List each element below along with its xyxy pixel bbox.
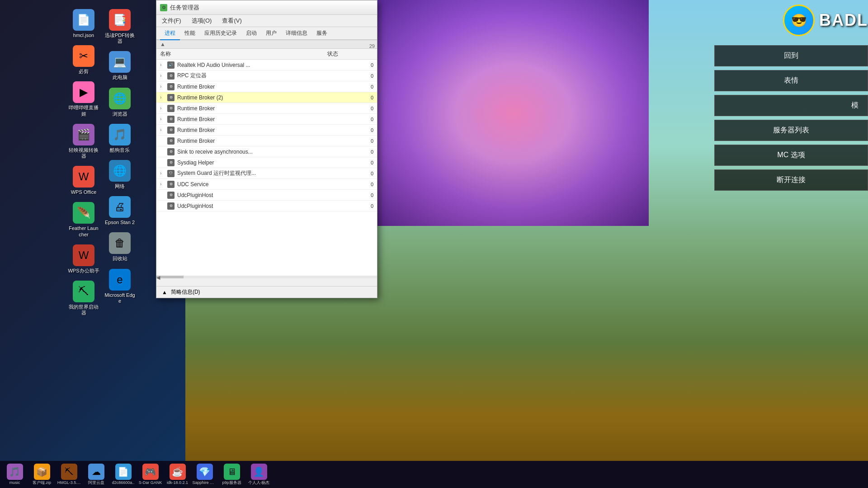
footer-label[interactable]: 简略信息(D) [171,288,200,296]
process-cpu: 0 [351,106,373,111]
taskbar-item-个人入-杨杰[interactable]: 👤 个人入-杨杰 [246,462,271,487]
process-icon: ⚙ [167,148,175,155]
process-row[interactable]: › ⚙ Runtime Broker 0 [156,103,377,114]
process-row[interactable]: › ⚙ Runtime Broker 0 [156,81,377,92]
menu-file[interactable]: 文件(F) [160,16,183,26]
column-headers: 名称 状态 [156,49,377,60]
taskbar-item-Sapphire-Gees[interactable]: 💎 Sapphire Gees [192,462,217,487]
process-name: Sysdiag Helper [177,160,315,166]
mode-button[interactable]: 模 [714,95,868,116]
desktop-icon-我的世界启动器[interactable]: ⛏ 我的世界启动器 [68,281,99,316]
process-row[interactable]: › ⚙ Runtime Broker (2) 0 [156,92,377,103]
process-name: Runtime Broker [177,84,315,90]
task-manager-scroll-up[interactable]: ▲ [156,40,377,49]
desktop-icon-label: hmcl.json [73,33,94,38]
emote-button[interactable]: 表情 [714,70,868,91]
taskbar-item-阿里云盘[interactable]: ☁ 阿里云盘 [84,462,108,487]
desktop-icon-Feather-Launcher[interactable]: 🪶 Feather Launcher [68,202,99,237]
desktop-icon-img: e [109,269,131,291]
desktop-icon-网络[interactable]: 🌐 网络 [104,160,136,189]
tab-details[interactable]: 详细信息 [281,27,312,40]
process-row[interactable]: ⚙ Sysdiag Helper 0 [156,157,377,168]
desktop-icon-WPS-Office[interactable]: W WPS Office [68,166,99,195]
desktop-icon-酷狗音乐[interactable]: 🎵 酷狗音乐 [104,124,136,153]
process-row[interactable]: ⚙ Runtime Broker 0 [156,136,377,146]
process-row[interactable]: › ⚙ Runtime Broker 0 [156,114,377,125]
foliage-background [377,0,649,226]
process-name: UDC Service [177,181,315,188]
taskbar-icon-img: ⛏ [61,464,77,480]
tab-startup[interactable]: 启动 [241,27,261,40]
mc-options-button[interactable]: MC 选项 [714,145,868,166]
desktop-icon-label: 必剪 [79,69,89,75]
taskbar-item-HMGL-3.5....[interactable]: ⛏ HMGL-3.5.... [57,462,81,487]
process-icon: ⚙ [167,116,175,123]
taskbar-icon-img: ☁ [88,464,104,480]
taskbar-item-p9p服务器[interactable]: 🖥 p9p服务器 [219,462,244,487]
tab-users[interactable]: 用户 [261,27,281,40]
desktop-icon-img: 🖨 [109,196,131,218]
desktop-icon-WPS办公助手[interactable]: W WPS办公助手 [68,244,99,274]
taskbar-item-idk-18.0.2.1[interactable]: ☕ idk-18.0.2.1 [165,462,190,487]
horizontal-scrollbar[interactable]: ◀ [156,276,377,278]
expand-icon[interactable]: › [160,127,167,132]
expand-icon[interactable]: › [160,106,167,111]
tab-performance[interactable]: 性能 [180,27,200,40]
process-row[interactable]: › ⚙ Runtime Broker 0 [156,125,377,136]
desktop-icon-label: 哔哩哔哩直播姬 [68,105,99,117]
task-manager-icon: ⚙ [160,4,167,11]
process-list[interactable]: › 🔊 Realtek HD Audio Universal ... 0 › ⚙… [156,60,377,276]
menu-view[interactable]: 查看(V) [220,16,243,26]
expand-icon[interactable]: › [160,95,167,100]
return-button[interactable]: 回到 [714,45,868,66]
desktop-icon-label: 我的世界启动器 [68,304,99,316]
expand-icon[interactable]: › [160,182,167,187]
menu-options[interactable]: 选项(O) [190,16,214,26]
server-list-button[interactable]: 服务器列表 [714,120,868,141]
taskbar-item-d2c86600a..[interactable]: 📄 d2c86600a.. [111,462,136,487]
disconnect-button[interactable]: 断开连接 [714,169,868,191]
taskbar-item-S-Dar-GANK[interactable]: 🎮 S-Dar GANK [138,462,163,487]
desktop-icon-迅读PDF转换器[interactable]: 📑 迅读PDF转换器 [104,9,136,44]
desktop-icon-轻映视频转换器[interactable]: 🎬 轻映视频转换器 [68,124,99,159]
process-icon: ⚙ [167,202,175,210]
desktop-icon-img: 🌐 [109,88,131,109]
task-manager-footer[interactable]: ▲ 简略信息(D) [156,286,377,298]
taskbar-icon-img: 👤 [251,464,267,480]
scroll-left-btn[interactable]: ◀ [156,275,160,281]
desktop-icon-hmcl.json[interactable]: 📄 hmcl.json [68,9,99,38]
process-row[interactable]: › 🔊 Realtek HD Audio Universal ... 0 [156,60,377,70]
expand-icon[interactable]: › [160,62,167,67]
process-row[interactable]: ⚙ Sink to receive asynchronous... 0 [156,146,377,157]
desktop-icon-回收站[interactable]: 🗑 回收站 [104,232,136,262]
process-row[interactable]: ⚙ UdcPluginHost 0 [156,190,377,201]
process-cpu: 0 [351,95,373,100]
desktop-icon-Epson-Stan-2[interactable]: 🖨 Epson Stan 2 [104,196,136,225]
process-row[interactable]: ⚙ UdcPluginHost 0 [156,201,377,211]
expand-icon[interactable]: › [160,171,167,176]
desktop-icon-浏览器[interactable]: 🌐 浏览器 [104,88,136,117]
desktop-icon-此电脑[interactable]: 💻 此电脑 [104,51,136,80]
tab-process[interactable]: 进程 [160,27,180,40]
expand-icon[interactable]: › [160,73,167,78]
process-cpu: 0 [351,182,373,187]
desktop-icon-哔哩哔哩直播姬[interactable]: ▶ 哔哩哔哩直播姬 [68,81,99,117]
tab-services[interactable]: 服务 [312,27,332,40]
process-row[interactable]: › 🛡 System Guard 运行时监视代理... 0 [156,168,377,179]
taskbar-item-music[interactable]: 🎵 music [2,462,27,487]
process-name: Sink to receive asynchronous... [177,149,315,155]
process-row[interactable]: › ⚙ RPC 定位器 0 [156,70,377,81]
taskbar-icon-img: 🖥 [224,464,240,480]
process-icon: ⚙ [167,137,175,145]
expand-icon[interactable]: › [160,117,167,122]
process-row[interactable]: › ⚙ UDC Service 0 [156,179,377,190]
taskbar-icon-label: 客户端.zip [33,481,51,485]
taskbar-item-客户端.zip[interactable]: 📦 客户端.zip [29,462,54,487]
tab-app-history[interactable]: 应用历史记录 [200,27,241,40]
desktop-icon-必剪[interactable]: ✂ 必剪 [68,45,99,75]
process-name: Runtime Broker (2) [177,94,315,101]
expand-icon[interactable]: › [160,84,167,89]
desktop-icon-Microsoft-Edge[interactable]: e Microsoft Edge [104,269,136,304]
process-name: Runtime Broker [177,138,315,144]
mc-panel: 回到 表情 模 服务器列表 MC 选项 断开连接 [714,45,868,194]
